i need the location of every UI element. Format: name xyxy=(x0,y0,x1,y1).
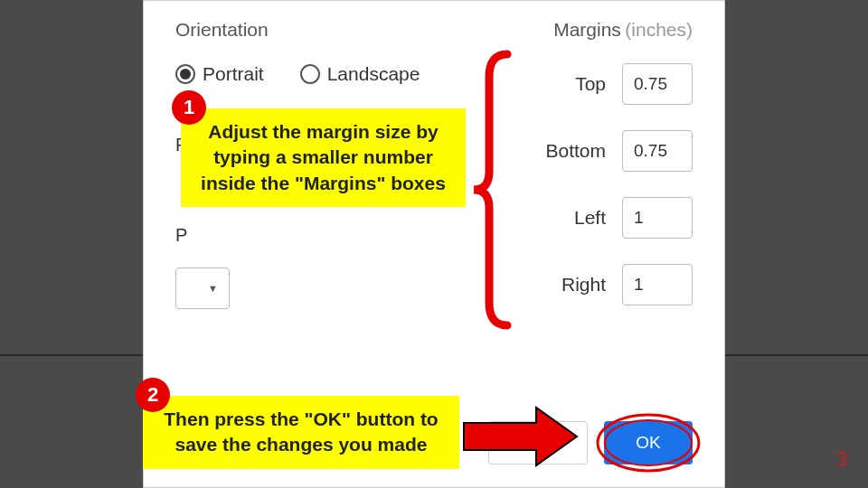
margin-label-right: Right xyxy=(561,274,606,296)
margin-row-left: Left xyxy=(545,197,693,239)
orientation-section: Orientation Portrait Landscape xyxy=(175,19,420,85)
margins-section: Margins (inches) Top Bottom Left Right xyxy=(545,19,693,331)
margin-row-bottom: Bottom xyxy=(545,130,693,172)
margin-label-bottom: Bottom xyxy=(545,140,606,162)
margins-header: Margins (inches) xyxy=(545,19,693,41)
margin-label-top: Top xyxy=(575,73,606,95)
callout-2: Then press the "OK" button to save the c… xyxy=(143,396,459,469)
partial-dropdown[interactable] xyxy=(175,267,230,309)
svg-point-0 xyxy=(598,415,699,471)
margin-input-bottom[interactable] xyxy=(622,130,693,172)
landscape-label: Landscape xyxy=(327,63,420,85)
orientation-radio-group: Portrait Landscape xyxy=(175,63,420,85)
margin-rows: Top Bottom Left Right xyxy=(545,63,693,305)
bg-divider-right xyxy=(725,354,868,356)
bracket-icon xyxy=(467,50,512,330)
margin-input-top[interactable] xyxy=(622,63,693,105)
landscape-radio[interactable]: Landscape xyxy=(300,63,420,85)
margin-label-left: Left xyxy=(574,207,606,229)
margin-row-top: Top xyxy=(545,63,693,105)
margins-unit: (inches) xyxy=(625,19,693,40)
margin-input-left[interactable] xyxy=(622,197,693,239)
badge-2: 2 xyxy=(136,378,170,412)
badge-1: 1 xyxy=(172,90,206,125)
svg-point-1 xyxy=(605,420,692,465)
margin-input-right[interactable] xyxy=(622,264,693,305)
callout-1: Adjust the margin size by typing a small… xyxy=(181,108,466,207)
portrait-label: Portrait xyxy=(203,63,264,85)
radio-unselected-icon xyxy=(300,64,320,84)
ok-highlight-ellipse xyxy=(593,410,703,475)
margin-row-right: Right xyxy=(545,264,693,305)
bg-divider-left xyxy=(0,354,143,356)
arrow-icon xyxy=(459,405,581,468)
hidden-field-letter-2: P xyxy=(175,225,187,246)
portrait-radio[interactable]: Portrait xyxy=(175,63,264,85)
margins-title: Margins xyxy=(553,19,621,40)
page-number: 3 xyxy=(836,446,848,472)
orientation-title: Orientation xyxy=(175,19,420,41)
radio-selected-icon xyxy=(175,64,195,84)
